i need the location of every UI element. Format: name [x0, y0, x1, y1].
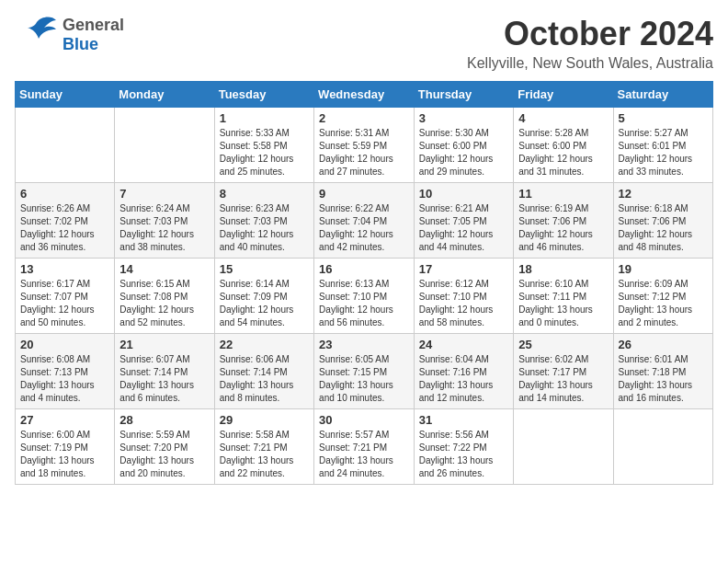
day-cell-18: 18Sunrise: 6:10 AMSunset: 7:11 PMDayligh…	[514, 259, 613, 334]
day-cell-4: 4Sunrise: 5:28 AMSunset: 6:00 PMDaylight…	[514, 108, 613, 183]
daylight: Daylight: 13 hours and 0 minutes.	[518, 304, 593, 327]
day-cell-16: 16Sunrise: 6:13 AMSunset: 7:10 PMDayligh…	[314, 259, 415, 334]
sunset: Sunset: 7:11 PM	[518, 292, 586, 302]
day-number: 4	[518, 111, 608, 125]
day-cell-3: 3Sunrise: 5:30 AMSunset: 6:00 PMDaylight…	[414, 108, 513, 183]
calendar-week-5: 27Sunrise: 6:00 AMSunset: 7:19 PMDayligh…	[16, 409, 713, 485]
daylight: Daylight: 12 hours and 44 minutes.	[419, 229, 494, 252]
sunrise: Sunrise: 6:18 AM	[619, 203, 688, 213]
daylight: Daylight: 13 hours and 18 minutes.	[20, 455, 95, 478]
empty-cell	[115, 108, 214, 183]
sunrise: Sunrise: 5:28 AM	[518, 128, 588, 138]
day-number: 12	[619, 187, 709, 201]
sunrise: Sunrise: 6:09 AM	[619, 279, 688, 289]
day-cell-15: 15Sunrise: 6:14 AMSunset: 7:09 PMDayligh…	[214, 259, 313, 334]
daylight: Daylight: 13 hours and 12 minutes.	[419, 380, 494, 403]
sunrise: Sunrise: 6:02 AM	[518, 354, 588, 364]
day-number: 7	[119, 187, 209, 201]
weekday-header-wednesday: Wednesday	[314, 82, 415, 108]
day-info: Sunrise: 6:06 AMSunset: 7:14 PMDaylight:…	[220, 353, 309, 405]
day-cell-5: 5Sunrise: 5:27 AMSunset: 6:01 PMDaylight…	[613, 108, 713, 183]
weekday-header-tuesday: Tuesday	[214, 82, 313, 108]
daylight: Daylight: 12 hours and 27 minutes.	[319, 154, 393, 177]
daylight: Daylight: 12 hours and 42 minutes.	[319, 229, 393, 252]
day-cell-19: 19Sunrise: 6:09 AMSunset: 7:12 PMDayligh…	[613, 259, 713, 334]
sunset: Sunset: 7:06 PM	[619, 216, 687, 226]
sunrise: Sunrise: 6:14 AM	[220, 279, 290, 289]
day-number: 24	[419, 338, 508, 351]
calendar-table: SundayMondayTuesdayWednesdayThursdayFrid…	[15, 81, 713, 485]
sunset: Sunset: 7:14 PM	[220, 367, 288, 377]
daylight: Daylight: 13 hours and 16 minutes.	[619, 380, 693, 403]
day-info: Sunrise: 6:24 AMSunset: 7:03 PMDaylight:…	[119, 202, 209, 254]
sunset: Sunset: 7:07 PM	[20, 292, 88, 302]
sunrise: Sunrise: 6:10 AM	[518, 279, 588, 289]
sunrise: Sunrise: 6:24 AM	[119, 203, 189, 213]
weekday-header-thursday: Thursday	[414, 82, 513, 108]
daylight: Daylight: 13 hours and 24 minutes.	[319, 455, 393, 478]
day-cell-23: 23Sunrise: 6:05 AMSunset: 7:15 PMDayligh…	[314, 334, 415, 409]
day-number: 20	[20, 338, 109, 351]
weekday-header-row: SundayMondayTuesdayWednesdayThursdayFrid…	[16, 82, 713, 108]
day-info: Sunrise: 6:15 AMSunset: 7:08 PMDaylight:…	[119, 278, 209, 329]
daylight: Daylight: 13 hours and 26 minutes.	[419, 455, 494, 478]
day-number: 31	[419, 413, 508, 427]
day-number: 27	[20, 413, 109, 427]
day-number: 2	[319, 111, 409, 125]
sunset: Sunset: 7:02 PM	[20, 216, 88, 226]
empty-cell	[613, 409, 713, 485]
sunrise: Sunrise: 6:01 AM	[619, 354, 688, 364]
day-info: Sunrise: 5:31 AMSunset: 5:59 PMDaylight:…	[319, 127, 409, 178]
sunset: Sunset: 7:22 PM	[419, 442, 487, 453]
sunset: Sunset: 7:05 PM	[419, 216, 487, 226]
sunrise: Sunrise: 5:31 AM	[319, 128, 389, 138]
sunrise: Sunrise: 5:59 AM	[119, 430, 189, 440]
page-header: General Blue October 2024 Kellyville, Ne…	[15, 15, 713, 72]
day-cell-2: 2Sunrise: 5:31 AMSunset: 5:59 PMDaylight…	[314, 108, 415, 183]
weekday-header-sunday: Sunday	[16, 82, 115, 108]
sunset: Sunset: 7:13 PM	[20, 367, 88, 377]
day-info: Sunrise: 6:14 AMSunset: 7:09 PMDaylight:…	[220, 278, 309, 329]
day-number: 22	[220, 338, 309, 351]
day-number: 1	[220, 111, 309, 125]
day-number: 15	[220, 262, 309, 276]
logo-blue-text: Blue	[63, 35, 124, 54]
sunrise: Sunrise: 5:27 AM	[619, 128, 688, 138]
sunset: Sunset: 7:10 PM	[319, 292, 387, 302]
day-cell-22: 22Sunrise: 6:06 AMSunset: 7:14 PMDayligh…	[214, 334, 313, 409]
day-info: Sunrise: 5:33 AMSunset: 5:58 PMDaylight:…	[220, 127, 309, 178]
sunrise: Sunrise: 6:19 AM	[518, 203, 588, 213]
day-cell-8: 8Sunrise: 6:23 AMSunset: 7:03 PMDaylight…	[214, 183, 313, 259]
day-info: Sunrise: 6:22 AMSunset: 7:04 PMDaylight:…	[319, 202, 409, 254]
sunset: Sunset: 7:15 PM	[319, 367, 387, 377]
day-info: Sunrise: 6:26 AMSunset: 7:02 PMDaylight:…	[20, 202, 109, 254]
sunrise: Sunrise: 6:08 AM	[20, 354, 90, 364]
sunrise: Sunrise: 5:57 AM	[319, 430, 389, 440]
day-number: 10	[419, 187, 508, 201]
sunset: Sunset: 7:19 PM	[20, 442, 88, 453]
day-info: Sunrise: 6:13 AMSunset: 7:10 PMDaylight:…	[319, 278, 409, 329]
day-cell-1: 1Sunrise: 5:33 AMSunset: 5:58 PMDaylight…	[214, 108, 313, 183]
sunrise: Sunrise: 5:30 AM	[419, 128, 489, 138]
day-cell-30: 30Sunrise: 5:57 AMSunset: 7:21 PMDayligh…	[314, 409, 415, 485]
daylight: Daylight: 12 hours and 56 minutes.	[319, 304, 393, 327]
sunset: Sunset: 6:01 PM	[619, 141, 687, 151]
sunset: Sunset: 7:03 PM	[220, 216, 288, 226]
day-cell-28: 28Sunrise: 5:59 AMSunset: 7:20 PMDayligh…	[115, 409, 214, 485]
sunrise: Sunrise: 6:13 AM	[319, 279, 389, 289]
day-number: 16	[319, 262, 409, 276]
sunset: Sunset: 7:21 PM	[319, 442, 387, 453]
day-info: Sunrise: 6:07 AMSunset: 7:14 PMDaylight:…	[119, 353, 209, 405]
daylight: Daylight: 13 hours and 14 minutes.	[518, 380, 593, 403]
sunrise: Sunrise: 6:21 AM	[419, 203, 489, 213]
day-number: 28	[119, 413, 209, 427]
day-cell-17: 17Sunrise: 6:12 AMSunset: 7:10 PMDayligh…	[414, 259, 513, 334]
day-number: 25	[518, 338, 608, 351]
daylight: Daylight: 12 hours and 50 minutes.	[20, 304, 95, 327]
day-info: Sunrise: 6:18 AMSunset: 7:06 PMDaylight:…	[619, 202, 709, 254]
day-number: 9	[319, 187, 409, 201]
daylight: Daylight: 12 hours and 40 minutes.	[220, 229, 294, 252]
daylight: Daylight: 13 hours and 20 minutes.	[119, 455, 194, 478]
daylight: Daylight: 13 hours and 10 minutes.	[319, 380, 393, 403]
day-cell-26: 26Sunrise: 6:01 AMSunset: 7:18 PMDayligh…	[613, 334, 713, 409]
